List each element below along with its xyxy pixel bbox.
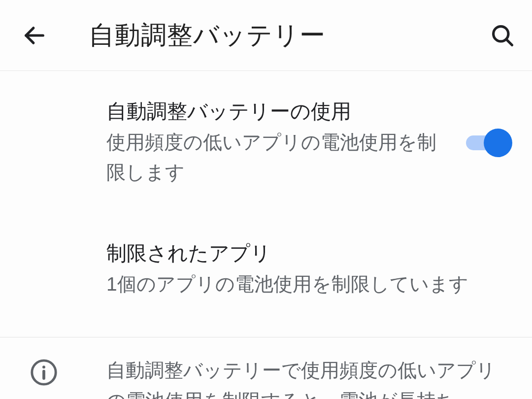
back-arrow-icon — [22, 23, 47, 48]
search-button[interactable] — [483, 23, 522, 48]
svg-point-5 — [42, 366, 45, 368]
svg-line-2 — [506, 39, 512, 45]
adaptive-battery-toggle[interactable] — [466, 129, 512, 157]
toggle-thumb — [484, 129, 512, 157]
adaptive-battery-title: 自動調整バッテリーの使用 — [106, 99, 451, 125]
info-row: 自動調整バッテリーで使用頻度の低いアプリの電池使用を制限すると、電池が長持ち — [0, 337, 532, 399]
content: 自動調整バッテリーの使用 使用頻度の低いアプリの電池使用を制限します 制限された… — [0, 71, 532, 399]
restricted-apps-title: 制限されたアプリ — [106, 240, 498, 266]
info-text: 自動調整バッテリーで使用頻度の低いアプリの電池使用を制限すると、電池が長持ち — [106, 355, 512, 399]
restricted-apps-row[interactable]: 制限されたアプリ 1個のアプリの電池使用を制限しています — [0, 231, 532, 309]
restricted-apps-text: 制限されたアプリ 1個のアプリの電池使用を制限しています — [106, 240, 512, 299]
adaptive-battery-row[interactable]: 自動調整バッテリーの使用 使用頻度の低いアプリの電池使用を制限します — [0, 89, 532, 197]
info-icon — [30, 358, 58, 387]
restricted-apps-subtitle: 1個のアプリの電池使用を制限しています — [106, 269, 498, 299]
adaptive-battery-subtitle: 使用頻度の低いアプリの電池使用を制限します — [106, 128, 451, 187]
search-icon — [490, 23, 515, 48]
page-title: 自動調整バッテリー — [89, 18, 483, 53]
adaptive-battery-text: 自動調整バッテリーの使用 使用頻度の低いアプリの電池使用を制限します — [106, 99, 466, 187]
back-button[interactable] — [10, 23, 59, 48]
app-bar: 自動調整バッテリー — [0, 0, 532, 71]
